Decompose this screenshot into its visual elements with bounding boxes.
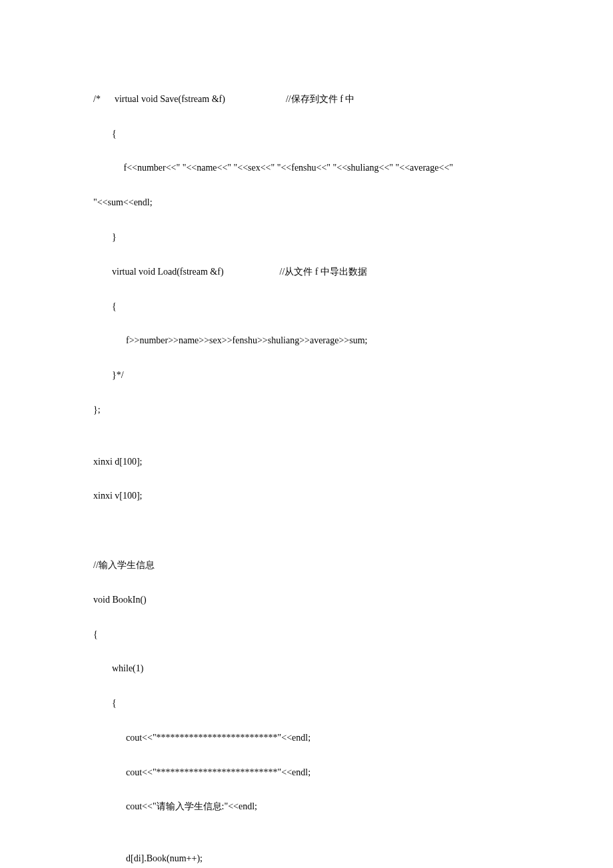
code-line: }*/	[93, 367, 520, 384]
code-line: {	[93, 125, 520, 143]
code-line: virtual void Load(fstream &f) //从文件 f 中导…	[93, 263, 520, 281]
code-line: cout<<"请输入学生信息:"<<endl;	[93, 798, 520, 815]
code-line: f<<number<<" "<<name<<" "<<sex<<" "<<fen…	[93, 159, 520, 177]
code-line: /* virtual void Save(fstream &f) //保存到文件…	[93, 91, 520, 108]
code-line: xinxi d[100];	[93, 453, 520, 471]
code-line: f>>number>>name>>sex>>fenshu>>shuliang>>…	[93, 332, 520, 349]
code-line: {	[93, 298, 520, 315]
code-line: };	[93, 401, 520, 419]
code-line: "<<sum<<endl;	[93, 194, 520, 211]
code-line: cout<<"**************************"<<endl…	[93, 729, 520, 747]
code-line: void BookIn()	[93, 591, 520, 609]
code-line: d[di].Book(num++);	[93, 850, 520, 867]
code-line: while(1)	[93, 660, 520, 677]
code-line: //输入学生信息	[93, 557, 520, 574]
code-line: xinxi v[100];	[93, 487, 520, 505]
code-line: cout<<"**************************"<<endl…	[93, 764, 520, 781]
code-line: }	[93, 229, 520, 246]
code-line: {	[93, 695, 520, 712]
code-listing: /* virtual void Save(fstream &f) //保存到文件…	[93, 73, 520, 868]
code-line: {	[93, 626, 520, 643]
